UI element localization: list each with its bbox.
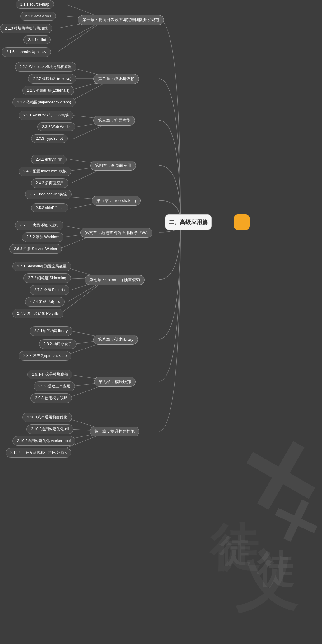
section-281[interactable]: 2.8.1如何构建library — [30, 326, 72, 336]
section-252[interactable]: 2.5.2 sideEffects — [31, 203, 68, 212]
section-291[interactable]: 2.9.1-什么是模块联邦 — [27, 370, 72, 379]
chapter-10[interactable]: 第十章：提升构建性能 — [90, 427, 139, 436]
chapter-1-label: 第一章：提高开发效率与完善团队开发规范 — [82, 17, 159, 23]
chapter-2[interactable]: 第二章：模块与依赖 — [93, 74, 139, 84]
section-231[interactable]: 2.3.1 PostCSS 与 CSS模块 — [19, 111, 73, 120]
section-2102[interactable]: 2.10.2通用构建优化-dll — [26, 424, 73, 434]
section-224[interactable]: 2.2.4 依赖图(dependency graph) — [12, 98, 76, 107]
chapter-8-label: 第八章：创建library — [98, 337, 133, 342]
section-223[interactable]: 2.2.3 外部扩展(Externals) — [22, 86, 74, 95]
section-262[interactable]: 2.6.2 添加 Workbox — [22, 232, 63, 242]
section-242[interactable]: 2.4.2 配置 index.html 模板 — [19, 167, 71, 176]
chapter-6[interactable]: 第六章：渐进式网络应用程序 PWA — [80, 228, 152, 238]
chapter-2-label: 第二章：模块与依赖 — [98, 76, 134, 82]
main-node[interactable]: 二、高级应用篇 — [165, 214, 212, 230]
section-214[interactable]: 2.1.4 eslint — [23, 35, 51, 44]
mind-map-container: ✕ 徒 徒 — [0, 0, 322, 644]
chapter-4[interactable]: 第四章：多页面应用 — [90, 161, 136, 171]
chapter-3[interactable]: 第三章：扩展功能 — [93, 116, 135, 126]
section-293[interactable]: 2.9.3-使用模块联邦 — [30, 393, 72, 403]
connector-lines — [0, 0, 322, 644]
chapter-5-label: 第五章：Tree shaking — [96, 198, 136, 203]
section-292[interactable]: 2.9.2-搭建三个应用 — [34, 381, 75, 391]
chapter-9-label: 第九章：模块联邦 — [99, 379, 131, 385]
chapter-4-label: 第四章：多页面应用 — [95, 163, 131, 168]
chapter-1[interactable]: 第一章：提高开发效率与完善团队开发规范 — [78, 15, 164, 25]
chapter-10-label: 第十章：提升构建性能 — [94, 429, 135, 434]
section-274[interactable]: 2.7.4 加载 Polyfills — [25, 297, 65, 307]
section-215[interactable]: 2.1.5 git-hooks 与 husky — [2, 47, 51, 57]
chapter-7[interactable]: 第七章：shimming 预置依赖 — [85, 275, 145, 285]
section-272[interactable]: 2.7.2 细粒度 Shimming — [23, 273, 71, 283]
section-261[interactable]: 2.6.1 非离线环境下运行 — [15, 221, 63, 230]
section-213[interactable]: 2.1.3 模块热替换与热加载 — [0, 24, 52, 33]
section-241[interactable]: 2.4.1 entry 配置 — [31, 155, 67, 164]
section-232[interactable]: 2.3.2 Web Works — [37, 122, 75, 131]
section-271[interactable]: 2.7.1 Shimming 预置全局变量 — [12, 262, 71, 271]
section-222[interactable]: 2.2.2 模块解析(resolve) — [28, 74, 76, 84]
chapter-7-label: 第七章：shimming 预置依赖 — [89, 277, 140, 283]
section-275[interactable]: 2.7.5 进一步优化 Polyfills — [12, 309, 63, 318]
chapter-9[interactable]: 第九章：模块联邦 — [94, 377, 136, 387]
section-233[interactable]: 2.3.3 TypeScript — [31, 134, 68, 143]
section-251[interactable]: 2.5.1 tree-shaking实验 — [25, 190, 72, 199]
chapter-6-label: 第六章：渐进式网络应用程序 PWA — [85, 230, 148, 235]
section-212[interactable]: 2.1.2 devServer — [20, 12, 56, 21]
section-2103[interactable]: 2.10.3通用构建优化-worker-pool — [12, 436, 75, 446]
section-282[interactable]: 2.8.2-构建小轮子 — [39, 339, 77, 349]
main-node-label: 二、高级应用篇 — [169, 218, 208, 226]
section-2101[interactable]: 2.10.1八个通用构建优化 — [22, 413, 72, 422]
section-283[interactable]: 2.8.3-发布为npm-package — [19, 351, 71, 361]
chapter-3-label: 第三章：扩展功能 — [98, 118, 130, 123]
chapter-5[interactable]: 第五章：Tree shaking — [92, 196, 141, 206]
section-221[interactable]: 2.2.1 Webpack 模块与解析原理 — [15, 62, 76, 72]
section-211[interactable]: 2.1.1 source-map — [16, 0, 54, 9]
chapter-8[interactable]: 第八章：创建library — [93, 335, 138, 345]
section-263[interactable]: 2.6.3 注册 Service Worker — [9, 244, 62, 254]
orange-accent — [234, 214, 250, 230]
section-243[interactable]: 2.4.3 多页面应用 — [31, 178, 68, 188]
section-2104[interactable]: 2.10.4-、开发环境和生产环境优化 — [6, 448, 71, 458]
section-273[interactable]: 2.7.3 全局 Exports — [30, 285, 69, 295]
